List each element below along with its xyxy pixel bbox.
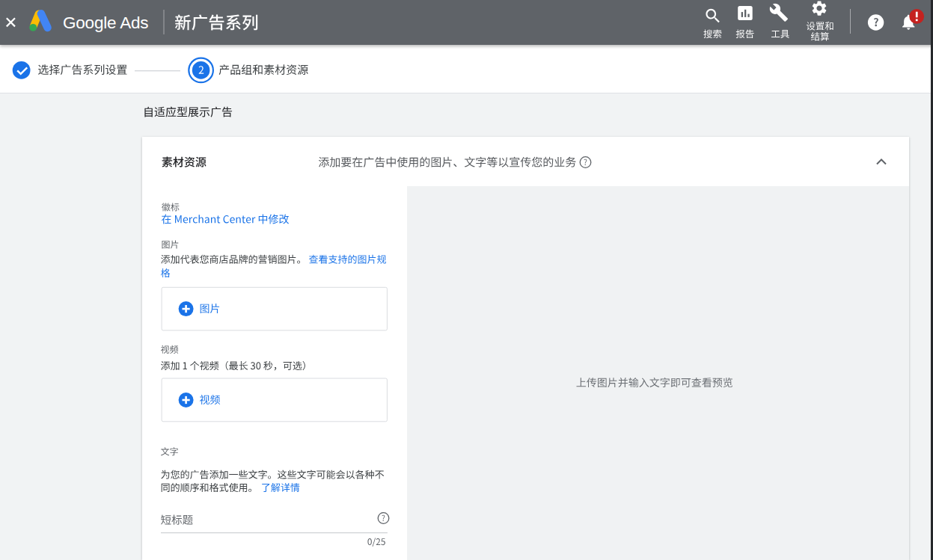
svg-text:Google Ads: Google Ads [63,13,148,32]
